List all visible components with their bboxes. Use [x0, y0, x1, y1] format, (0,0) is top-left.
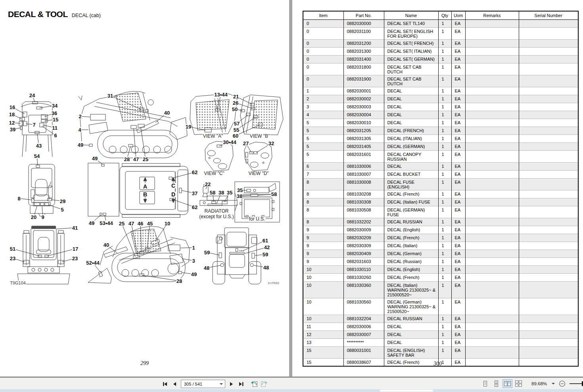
diagram-callout: A: [143, 184, 148, 189]
diagram-callout: 32: [268, 141, 274, 146]
table-row: 10882030001DECAL1EA: [303, 87, 578, 95]
single-page-view-icon: [481, 380, 489, 387]
next-view-icon: [260, 380, 268, 387]
diagram-callout: 49: [88, 221, 95, 226]
table-row: 50882031305DECAL (ITALIAN)1EA: [303, 135, 578, 142]
view-controls-group: 89.68%: [481, 380, 583, 388]
diagram-callout: 48: [203, 265, 210, 271]
diagram-callout: 47: [128, 221, 134, 226]
page-number-combobox[interactable]: 305 / 541: [181, 380, 225, 388]
two-page-view-icon: [504, 380, 511, 387]
table-row: 80881030308DECAL (Italian) FUSE1EA: [303, 198, 578, 206]
zoom-dropdown-caret-icon[interactable]: [552, 383, 555, 384]
diagram-callout: 5: [60, 207, 64, 212]
previous-view-icon: [250, 380, 258, 387]
diagram-callout: 42: [264, 245, 270, 250]
table-row: 50882030010DECAL1EA: [303, 119, 578, 127]
diagram-callout: 49: [77, 142, 84, 148]
diagram-callout: 12: [9, 120, 15, 125]
diagram-callout: 60: [232, 133, 239, 138]
diagram-callout: 34: [52, 103, 58, 108]
zoom-level[interactable]: 89.68%: [531, 381, 547, 386]
diagram-callout: 30•44: [222, 140, 236, 145]
document-page-300: Item Part No. Name Qty Uom Remarks Seria…: [292, 0, 583, 377]
column-header-part-no: Part No.: [343, 11, 384, 19]
table-row: 100881030110DECAL (English)1EA: [303, 265, 578, 273]
diagram-caption: VIEW "B": [249, 134, 270, 139]
diagram-callout: 6: [54, 133, 57, 138]
first-page-button[interactable]: [161, 380, 169, 388]
table-row: 00882031300DECAL SET( ITALIAN)1EA: [303, 47, 578, 55]
diagram-callout: 49: [92, 156, 98, 161]
table-row: 00882031200DECAL SET( FRENCH)1EA: [303, 39, 578, 47]
zoom-out-button[interactable]: [559, 380, 566, 387]
table-row: 30882030003DECAL1EA: [303, 103, 578, 111]
table-row: 40882030004DECAL1EA: [303, 111, 578, 119]
table-row: 50882031205DECAL (FRENCH)1EA: [303, 127, 578, 135]
diagram-callout: 38: [218, 190, 224, 195]
previous-view-button[interactable]: [250, 380, 258, 388]
table-row: 90882030009DECAL (English)1EA: [303, 226, 578, 234]
diagram-caption: VIEW "C": [203, 171, 224, 176]
zoom-slider[interactable]: [570, 381, 583, 386]
table-row: 90882030409DECAL (German)1EA: [303, 250, 578, 257]
next-page-icon: [228, 381, 234, 387]
previous-page-button[interactable]: [171, 380, 179, 388]
zoom-slider-track: [570, 383, 583, 384]
diagram-callout: 39: [10, 127, 16, 132]
table-row: 00882031100DECAL SET( ENGLISH FOR EUROPE…: [303, 27, 578, 39]
table-row: 100881032204DECAL RUSSIAN1EA: [303, 315, 578, 323]
column-header-serial-number: Serial Number: [519, 11, 578, 19]
table-row: 80881030008DECAL FUSE (ENGLISH)1EA: [303, 178, 578, 190]
diagram-callout: 58: [271, 192, 277, 197]
diagram-callout: 45: [147, 221, 153, 226]
diagram-callout: 28: [124, 157, 130, 162]
diagram-caption: VIEW "D": [248, 171, 269, 176]
diagram-callout: 57: [234, 121, 240, 126]
table-row: 100881030260DECAL (French)1EA: [303, 273, 578, 281]
diagram-callout: 15: [52, 117, 59, 122]
diagram-callout: 21: [233, 94, 239, 99]
diagram-callout: 27: [243, 141, 249, 146]
horizontal-scrollbar-thumb[interactable]: [380, 390, 433, 392]
diagram-callout: 59: [204, 250, 210, 255]
zoom-out-icon: [559, 380, 566, 387]
single-page-view-button[interactable]: [481, 380, 490, 388]
diagram-callout: 3: [192, 258, 195, 263]
diagram-callout: 4: [78, 127, 81, 133]
diagram-callout: B: [143, 192, 148, 197]
next-page-button[interactable]: [227, 380, 235, 388]
diagram-callout: 29: [59, 199, 66, 204]
table-row: 00882030000DECAL SET TL1401EA: [303, 19, 578, 27]
two-page-view-button[interactable]: [503, 380, 512, 388]
diagram-callout: 52•44: [86, 260, 100, 265]
diagram-callout: 7: [32, 122, 36, 127]
table-row: 90882030209DECAL (French)1EA: [303, 234, 578, 242]
diagram-callout: 9: [41, 215, 44, 220]
diagram-callout: 37: [192, 191, 198, 196]
diagram-callout: 1: [192, 245, 195, 250]
diagram-callout: 46: [137, 221, 144, 226]
column-header-item: Item: [303, 11, 343, 19]
table-row: 13**********DECAL1EA: [303, 338, 578, 346]
next-view-button[interactable]: [260, 380, 268, 388]
continuous-view-icon: [493, 380, 500, 387]
diagram-caption: RADIATOR: [204, 209, 229, 214]
diagram-callout: 36: [51, 111, 58, 116]
two-page-continuous-view-button[interactable]: [514, 380, 523, 388]
horizontal-scrollbar[interactable]: [0, 389, 583, 392]
dropdown-caret-icon: [220, 383, 223, 385]
diagram-callout: 35: [237, 188, 243, 193]
table-row: 100881030560DECAL (German) WARNING 21300…: [303, 298, 578, 315]
table-row: 50882031405DECAL (GERMAN)1EA: [303, 142, 578, 150]
page-number: 300: [292, 361, 583, 367]
viewer-toolbar: 305 / 541: [0, 377, 583, 392]
diagram-callout: 59: [262, 252, 268, 257]
continuous-view-button[interactable]: [492, 380, 501, 388]
diagram-callout: 17: [72, 246, 79, 252]
last-page-button[interactable]: [237, 380, 245, 388]
diagram-callout: 26: [232, 100, 239, 106]
table-row: 150880031001DECAL (ENGLISH) SAFETY BAR1E…: [303, 346, 578, 358]
diagram-callout: 40: [164, 110, 170, 115]
table-row: 80881030208DECAL (French)1EA: [303, 190, 578, 198]
